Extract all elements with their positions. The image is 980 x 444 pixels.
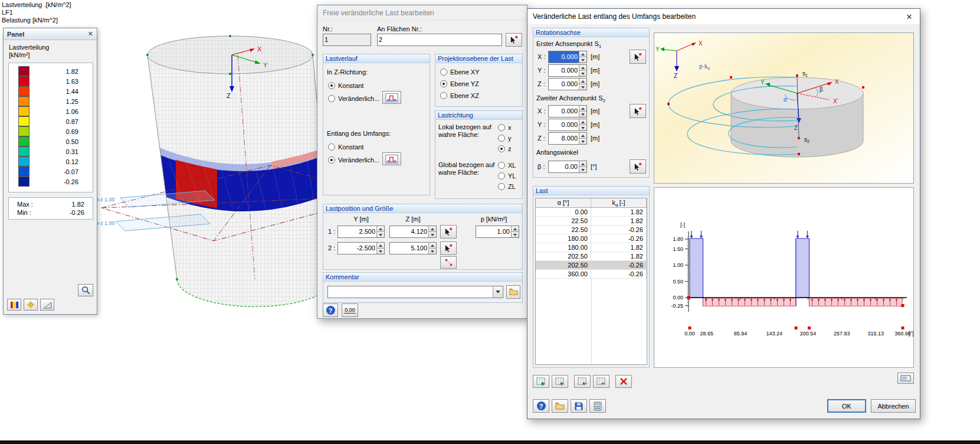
z-variable-radio[interactable]: Veränderlich...	[328, 94, 379, 103]
cell-alpha[interactable]: 180.00	[536, 243, 591, 252]
spinner[interactable]	[579, 51, 586, 63]
spinner[interactable]	[579, 65, 586, 76]
panel-colors-tab[interactable]	[7, 299, 21, 311]
s2-y-value[interactable]: 0.000	[549, 119, 579, 130]
comment-combobox[interactable]	[327, 286, 503, 298]
s1-z-value[interactable]: 0.000	[549, 79, 579, 90]
load-table-row[interactable]: 360.00-0.26	[536, 270, 647, 279]
spinner[interactable]	[428, 226, 436, 237]
radio-icon[interactable]	[440, 68, 447, 76]
spinner[interactable]	[579, 79, 586, 90]
row2-pick-button[interactable]	[440, 241, 457, 255]
row1-p-input[interactable]: 1.00	[476, 226, 519, 238]
display-options-button[interactable]	[897, 373, 914, 384]
global-zl-radio[interactable]: ZL	[498, 182, 516, 191]
load-diagram-svg[interactable]: 1.801.501.000.500.00-0.25[-]0.0028.6585.…	[654, 188, 913, 367]
load-table[interactable]: α [°] kα [-] 0.001.8222.501.8222.50-0.26…	[535, 198, 647, 365]
panel-close-icon[interactable]: ✕	[88, 30, 93, 38]
global-yl-radio[interactable]: YL	[498, 172, 516, 180]
s2-z-input[interactable]: 8.000	[548, 132, 587, 145]
s1-z-input[interactable]: 0.000	[548, 78, 587, 90]
dialog2-save-button[interactable]	[571, 399, 587, 413]
row1-p-value[interactable]: 1.00	[476, 226, 511, 237]
cell-alpha[interactable]: 22.50	[536, 226, 591, 234]
circ-variable-radio[interactable]: Veränderlich...	[328, 156, 379, 164]
radio-icon[interactable]	[498, 172, 505, 179]
plane-xz-radio[interactable]: Ebene XZ	[440, 92, 479, 100]
spinner[interactable]	[579, 133, 586, 144]
radio-icon[interactable]	[328, 95, 335, 102]
combo-arrow-icon[interactable]	[493, 286, 503, 298]
plane-yz-radio[interactable]: Ebene YZ	[440, 80, 479, 88]
surfaces-value[interactable]: 2	[378, 34, 502, 45]
spinner[interactable]	[376, 243, 384, 254]
set-zero-button[interactable]: 0,00	[342, 303, 358, 317]
nr-value[interactable]: 1	[323, 34, 371, 45]
beta-pick-button[interactable]	[630, 159, 646, 174]
s1-x-value[interactable]: 0.000	[549, 51, 579, 63]
table-copy-row-button[interactable]	[574, 375, 591, 388]
cell-alpha[interactable]: 0.00	[536, 208, 591, 216]
s2-y-input[interactable]: 0.000	[548, 119, 587, 131]
s2-x-value[interactable]: 0.000	[549, 106, 579, 117]
dialog2-calculator-button[interactable]	[589, 399, 606, 413]
row2-y-value[interactable]: -2.500	[338, 243, 376, 254]
radio-icon[interactable]	[498, 145, 505, 152]
spinner[interactable]	[579, 161, 586, 172]
row2-z-input[interactable]: 5.100	[389, 242, 437, 254]
plane-xy-radio[interactable]: Ebene XY	[440, 68, 480, 76]
cell-k[interactable]: 1.82	[591, 208, 647, 216]
cancel-button[interactable]: Abbrechen	[871, 399, 916, 413]
comment-value[interactable]	[328, 286, 493, 298]
radio-icon[interactable]	[328, 143, 335, 151]
table-delete-row-button[interactable]	[593, 375, 609, 388]
cell-k[interactable]: -0.26	[591, 261, 647, 269]
load-table-row[interactable]: 0.001.82	[536, 208, 647, 217]
global-xl-radio[interactable]: XL	[498, 161, 516, 169]
s1-y-input[interactable]: 0.000	[548, 64, 587, 77]
cell-k[interactable]: 1.82	[591, 217, 647, 225]
s1-pick-button[interactable]	[630, 50, 646, 64]
load-table-row[interactable]: 202.501.82	[536, 252, 647, 261]
spinner[interactable]	[579, 119, 586, 130]
radio-icon[interactable]	[328, 82, 335, 89]
pick-two-points-button[interactable]	[440, 256, 457, 269]
table-insert-row-button[interactable]	[552, 375, 568, 388]
s2-pick-button[interactable]	[630, 104, 646, 118]
cell-alpha[interactable]: 180.00	[536, 234, 591, 243]
row1-z-value[interactable]: 4.120	[390, 226, 428, 237]
dialog2-help-button[interactable]: ?	[533, 399, 549, 413]
cell-k[interactable]: 1.82	[591, 243, 647, 252]
spinner[interactable]	[511, 226, 519, 237]
panel-display-tab[interactable]	[24, 299, 38, 311]
load-table-row[interactable]: 22.501.82	[536, 217, 647, 226]
nr-input[interactable]: 1	[323, 34, 371, 46]
radio-icon[interactable]	[440, 92, 447, 99]
dialog1-titlebar[interactable]: Freie veränderliche Last bearbeiten	[317, 5, 527, 21]
load-table-row[interactable]: 180.001.82	[536, 243, 647, 252]
row1-y-input[interactable]: 2.500	[337, 226, 385, 238]
spinner[interactable]	[428, 243, 436, 254]
circ-variable-edit-button[interactable]	[382, 152, 401, 165]
circ-constant-radio[interactable]: Konstant	[328, 143, 363, 151]
load-diagram[interactable]: 1.801.501.000.500.00-0.25[-]0.0028.6585.…	[654, 187, 914, 368]
z-constant-radio[interactable]: Konstant	[328, 81, 363, 90]
beta-value[interactable]: 0.00	[549, 161, 579, 172]
table-add-row-button[interactable]	[533, 375, 549, 388]
load-table-row[interactable]: 202.50-0.26	[536, 261, 647, 270]
panel-titlebar[interactable]: Panel ✕	[4, 28, 97, 40]
spinner[interactable]	[376, 226, 384, 237]
surfaces-pick-button[interactable]	[506, 33, 522, 47]
s2-x-input[interactable]: 0.000	[548, 105, 587, 117]
cell-k[interactable]: 1.82	[591, 252, 647, 260]
row2-z-value[interactable]: 5.100	[390, 243, 428, 254]
dialog1-help-button[interactable]: ?	[323, 303, 338, 317]
cell-alpha[interactable]: 202.50	[536, 252, 591, 260]
cell-alpha[interactable]: 360.00	[536, 270, 591, 278]
panel-filter-tab[interactable]	[40, 299, 54, 311]
local-z-radio[interactable]: z	[498, 145, 512, 153]
load-table-row[interactable]: 180.00-0.26	[536, 234, 647, 243]
s1-x-input[interactable]: 0.000	[548, 51, 587, 63]
cell-k[interactable]: -0.26	[591, 234, 647, 243]
cell-k[interactable]: -0.26	[591, 226, 647, 234]
